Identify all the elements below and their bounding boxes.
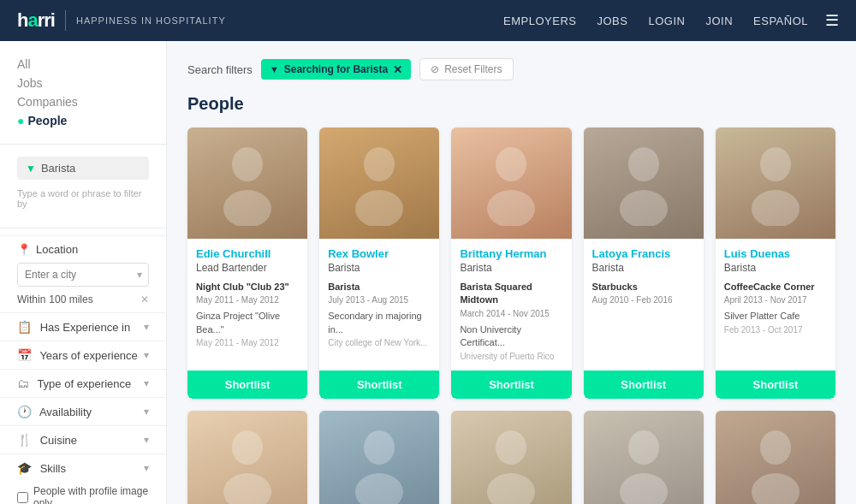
nav-espanol[interactable]: ESPAÑOL bbox=[753, 15, 808, 27]
filter-group-chevron-4: ▾ bbox=[144, 434, 149, 446]
card-detail2-0: Ginza Project "Olive Bea..." bbox=[196, 310, 299, 336]
filter-groups: 📋 Has Experience in ▾ 📅 Years of experie… bbox=[0, 312, 166, 482]
content-area: Search filters ▼ Searching for Barista ✕… bbox=[167, 41, 856, 504]
miles-label: Within bbox=[17, 294, 45, 305]
svg-point-3 bbox=[355, 190, 403, 226]
search-filters-bar: Search filters ▼ Searching for Barista ✕… bbox=[187, 58, 835, 80]
card-detail2-sub-2: University of Puerto Rico bbox=[460, 351, 562, 362]
card-body-1: Rex Bowler Barista Barista July 2013 - A… bbox=[319, 239, 439, 371]
card-role-4: Barista bbox=[724, 262, 827, 274]
svg-point-4 bbox=[496, 147, 526, 181]
filter-group-3[interactable]: 🕐 Availability ▾ bbox=[0, 397, 166, 425]
location-section: 📍 Location ▾ Within 100 miles ✕ bbox=[0, 235, 166, 312]
barista-filter-tag[interactable]: ▼ Barista bbox=[17, 157, 149, 180]
svg-point-18 bbox=[760, 430, 791, 465]
city-input[interactable] bbox=[17, 263, 149, 287]
nav-login[interactable]: LOGIN bbox=[648, 15, 685, 27]
active-filter-chip[interactable]: ▼ Searching for Barista ✕ bbox=[261, 59, 411, 80]
filter-funnel-icon: ▼ bbox=[26, 163, 36, 175]
card-name-4[interactable]: Luis Duenas bbox=[724, 247, 827, 260]
card-detail2-2: Non Univercity Certificat... bbox=[460, 323, 562, 350]
filter-group-label-1[interactable]: 📅 Years of experience ▾ bbox=[17, 348, 149, 362]
search-filters-label: Search filters bbox=[187, 63, 253, 76]
filter-group-label-0[interactable]: 📋 Has Experience in ▾ bbox=[17, 320, 149, 334]
filter-group-4[interactable]: 🍴 Cuisine ▾ bbox=[0, 425, 166, 454]
card-photo-7 bbox=[451, 411, 571, 504]
nav-employers[interactable]: EMPLOYERS bbox=[503, 15, 576, 27]
miles-clear-icon[interactable]: ✕ bbox=[140, 294, 149, 305]
card-photo-5 bbox=[187, 411, 307, 504]
logo: harri bbox=[17, 9, 55, 32]
svg-point-19 bbox=[752, 473, 800, 504]
filter-group-2[interactable]: 🗂 Type of experience ▾ bbox=[0, 369, 166, 397]
shortlist-button-0[interactable]: Shortlist bbox=[187, 371, 307, 399]
card-photo-2 bbox=[451, 127, 571, 239]
card-role-0: Lead Bartender bbox=[196, 262, 299, 274]
filter-group-label-2[interactable]: 🗂 Type of experience ▾ bbox=[17, 377, 149, 390]
svg-point-17 bbox=[620, 473, 668, 504]
filter-group-icon-1: 📅 bbox=[17, 348, 32, 362]
svg-point-16 bbox=[628, 430, 659, 465]
card-detail1-sub-2: March 2014 - Nov 2015 bbox=[460, 308, 562, 319]
filter-group-5[interactable]: 🎓 Skills ▾ bbox=[0, 454, 166, 482]
card-detail2-sub-0: May 2011 - May 2012 bbox=[196, 337, 299, 348]
chip-close-icon[interactable]: ✕ bbox=[393, 64, 402, 75]
card-photo-9 bbox=[716, 411, 835, 504]
card-detail1-2: Barista Squared Midtown bbox=[460, 281, 562, 307]
sidebar-item-people[interactable]: ●People bbox=[17, 111, 149, 130]
card-detail2-4: Silver Platter Cafe bbox=[724, 310, 827, 323]
filter-group-icon-3: 🕐 bbox=[17, 405, 32, 418]
nav-join[interactable]: JOIN bbox=[705, 15, 733, 27]
card-detail1-sub-4: April 2013 - Nov 2017 bbox=[724, 294, 827, 305]
card-role-2: Barista bbox=[460, 262, 562, 274]
svg-point-5 bbox=[487, 190, 535, 226]
active-filter-label: Searching for Barista bbox=[284, 63, 388, 75]
svg-point-6 bbox=[628, 147, 659, 181]
filter-group-label-4[interactable]: 🍴 Cuisine ▾ bbox=[17, 433, 149, 447]
navbar: harri HAPPINESS IN HOSPITALITY EMPLOYERS… bbox=[0, 0, 856, 41]
card-name-3[interactable]: Latoya Francis bbox=[592, 247, 695, 260]
checkbox-label: People with profile image only bbox=[33, 485, 149, 504]
shortlist-button-3[interactable]: Shortlist bbox=[584, 371, 704, 399]
shortlist-button-1[interactable]: Shortlist bbox=[319, 371, 439, 399]
reset-filters-button[interactable]: ⊘ Reset Filters bbox=[419, 58, 513, 80]
menu-icon[interactable]: ☰ bbox=[825, 11, 839, 30]
filter-group-0[interactable]: 📋 Has Experience in ▾ bbox=[0, 312, 166, 341]
svg-point-9 bbox=[752, 190, 800, 226]
card-body-0: Edie Churchill Lead Bartender Night Club… bbox=[187, 239, 307, 371]
page-title: People bbox=[187, 94, 835, 114]
nav-jobs[interactable]: JOBS bbox=[597, 15, 627, 27]
card-role-3: Barista bbox=[592, 262, 695, 274]
card-detail2-1: Secondary in majoring in... bbox=[328, 310, 431, 336]
filter-group-label-3[interactable]: 🕐 Availability ▾ bbox=[17, 405, 149, 418]
card-detail1-4: CoffeeCacke Corner bbox=[724, 281, 827, 294]
filter-group-icon-2: 🗂 bbox=[17, 377, 29, 390]
shortlist-button-2[interactable]: Shortlist bbox=[451, 371, 571, 399]
card-photo-6 bbox=[319, 411, 439, 504]
card-name-1[interactable]: Rex Bowler bbox=[328, 247, 431, 260]
sidebar-item-jobs[interactable]: Jobs bbox=[17, 74, 149, 92]
svg-point-11 bbox=[223, 473, 271, 504]
card-detail1-sub-1: July 2013 - Aug 2015 bbox=[328, 294, 431, 305]
card-body-2: Brittany Herman Barista Barista Squared … bbox=[451, 239, 571, 371]
miles-row: Within 100 miles ✕ bbox=[17, 294, 149, 305]
filter-group-1[interactable]: 📅 Years of experience ▾ bbox=[0, 341, 166, 369]
person-card: Ilana Cohen Barista Shortlist bbox=[187, 411, 307, 504]
shortlist-button-4[interactable]: Shortlist bbox=[716, 371, 835, 399]
card-name-2[interactable]: Brittany Herman bbox=[460, 247, 562, 260]
filter-group-icon-4: 🍴 bbox=[17, 433, 32, 447]
svg-point-0 bbox=[232, 147, 263, 181]
card-name-0[interactable]: Edie Churchill bbox=[196, 247, 299, 260]
sidebar-item-companies[interactable]: Companies bbox=[17, 92, 149, 111]
svg-point-14 bbox=[496, 430, 526, 465]
card-photo-4 bbox=[716, 127, 835, 239]
filter-group-text-0: Has Experience in bbox=[40, 321, 131, 334]
filter-group-chevron-5: ▾ bbox=[144, 462, 149, 474]
sidebar-item-all[interactable]: All bbox=[17, 55, 149, 74]
sidebar-divider bbox=[0, 144, 166, 145]
profile-image-checkbox[interactable] bbox=[17, 492, 28, 503]
filter-group-text-2: Type of experience bbox=[37, 377, 131, 390]
filter-group-label-5[interactable]: 🎓 Skills ▾ bbox=[17, 461, 149, 475]
person-card: Carly Carlisle Barista Shortlist bbox=[584, 411, 704, 504]
card-photo-3 bbox=[584, 127, 704, 239]
